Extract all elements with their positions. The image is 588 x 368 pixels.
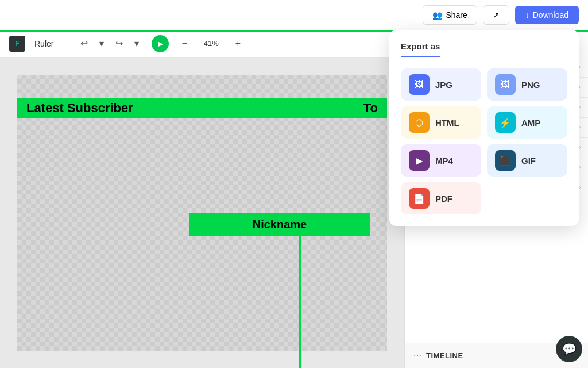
to-text: To (363, 101, 378, 116)
redo-button[interactable]: ↪ (112, 36, 126, 51)
undo-dropdown[interactable]: ▾ (96, 36, 107, 51)
latest-subscriber-text: Latest Subscriber (26, 101, 133, 116)
export-pdf[interactable]: 📄 PDF (401, 182, 481, 214)
canvas-area: Latest Subscriber To Nickname 𝕏 f 📷 Foll… (0, 57, 404, 368)
export-amp[interactable]: ⚡ AMP (487, 106, 567, 139)
pdf-label: PDF (435, 194, 452, 204)
timeline-icon: ⋯ (413, 351, 421, 361)
canvas-banner-top: Latest Subscriber To (17, 98, 387, 118)
share-button[interactable]: 👥 Share (423, 5, 477, 25)
jpg-label: JPG (435, 80, 452, 90)
app-name: Ruler (34, 39, 53, 48)
redo-dropdown[interactable]: ▾ (131, 36, 142, 51)
download-icon: ↓ (525, 10, 529, 20)
zoom-level: 41% (200, 39, 223, 48)
share-icon: 👥 (432, 10, 442, 20)
top-bar: 👥 Share ↗ ↓ Download (0, 0, 588, 30)
mp4-icon: ▶ (409, 150, 430, 171)
undo-button[interactable]: ↩ (77, 36, 91, 51)
export-mp4[interactable]: ▶ MP4 (401, 144, 481, 177)
amp-icon: ⚡ (495, 112, 516, 133)
html-label: HTML (435, 118, 459, 128)
chat-button[interactable]: 💬 (556, 336, 582, 362)
social-share-icon: ↗ (493, 10, 500, 20)
gif-label: GIF (521, 156, 536, 166)
timeline-label: TIMELINE (426, 351, 463, 360)
export-gif[interactable]: ⬛ GIF (487, 144, 567, 177)
canvas-vertical-lines (299, 236, 301, 368)
zoom-out-button[interactable]: − (178, 36, 190, 51)
download-label: Download (533, 10, 568, 20)
html-icon: ⬡ (409, 112, 430, 133)
toolbar-separator (65, 37, 65, 51)
play-button[interactable]: ▶ (152, 35, 169, 52)
nickname-text: Nickname (253, 218, 307, 231)
gif-icon: ⬛ (495, 150, 516, 171)
jpg-icon: 🖼 (409, 74, 430, 95)
amp-label: AMP (521, 118, 540, 128)
canvas-nickname-area: Nickname (189, 213, 370, 236)
download-button[interactable]: ↓ Download (515, 6, 579, 24)
export-png[interactable]: 🖼 PNG (487, 68, 567, 101)
social-share-button[interactable]: ↗ (483, 5, 509, 25)
mp4-label: MP4 (435, 156, 453, 166)
pdf-icon: 📄 (409, 188, 430, 209)
undo-redo-controls: ↩ ▾ ↪ ▾ (77, 36, 142, 51)
canvas-checker: Latest Subscriber To Nickname 𝕏 f 📷 Foll… (17, 75, 387, 351)
export-title: Export as (401, 41, 440, 57)
chat-icon: 💬 (562, 342, 577, 356)
export-jpg[interactable]: 🖼 JPG (401, 68, 481, 101)
app-logo: F (9, 36, 25, 52)
export-dropdown: Export as 🖼 JPG 🖼 PNG ⬡ HTML ⚡ AMP ▶ MP4… (389, 30, 579, 226)
zoom-in-button[interactable]: + (232, 36, 244, 51)
share-label: Share (446, 10, 467, 20)
export-options-grid: 🖼 JPG 🖼 PNG ⬡ HTML ⚡ AMP ▶ MP4 ⬛ GIF 📄 P… (401, 68, 567, 214)
export-html[interactable]: ⬡ HTML (401, 106, 481, 139)
png-icon: 🖼 (495, 74, 516, 95)
png-label: PNG (521, 80, 540, 90)
